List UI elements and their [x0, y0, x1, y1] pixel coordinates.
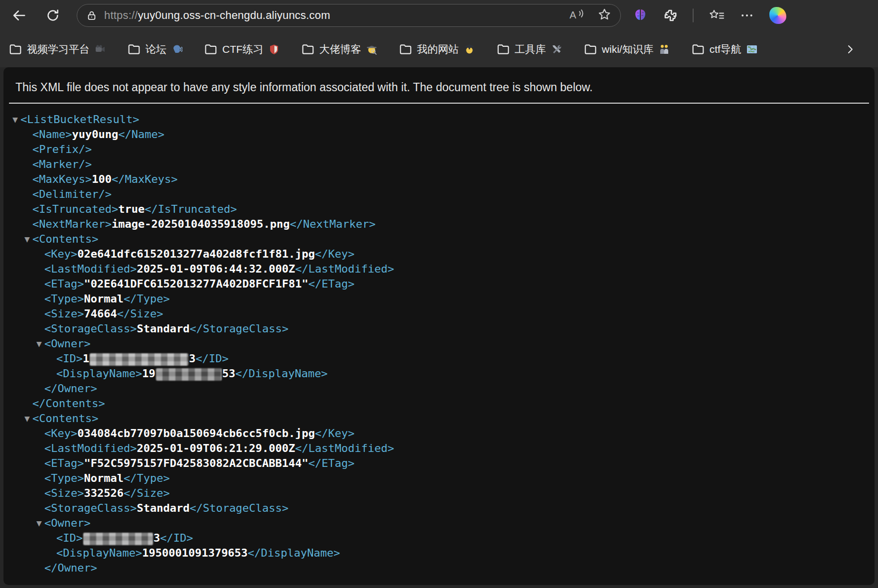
xml-tag: </ETag> — [308, 278, 355, 290]
back-arrow-icon — [11, 8, 26, 23]
xml-line: </Contents> — [3, 396, 875, 411]
xml-tag: </Type> — [124, 472, 170, 484]
xml-line: ▼<Owner> — [3, 336, 875, 351]
xml-line: <LastModified>2025-01-09T06:44:32.000Z</… — [3, 262, 875, 277]
xml-line: <LastModified>2025-01-09T06:21:29.000Z</… — [3, 441, 875, 456]
xml-line: </Owner> — [3, 561, 875, 576]
xml-value: 2025-01-09T06:44:32.000Z — [137, 263, 295, 275]
bookmark-label: 视频学习平台 — [27, 42, 90, 56]
favorites-list-icon[interactable] — [709, 8, 725, 22]
bookmark-folder-tool-library[interactable]: 工具库 — [497, 42, 562, 56]
xml-value: Normal — [84, 472, 123, 484]
xml-value: Standard — [137, 322, 189, 335]
xml-tag: <ID> — [56, 352, 83, 365]
xml-line: ▼<Owner> — [3, 516, 875, 531]
xml-tag: <ETag> — [44, 278, 84, 290]
xml-line: <Key>02e641dfc6152013277a402d8fcf1f81.jp… — [3, 247, 875, 262]
back-button[interactable] — [8, 4, 30, 26]
xml-tag: </Key> — [315, 427, 354, 440]
xml-value: 19 — [142, 367, 155, 380]
collapse-arrow-icon[interactable]: ▼ — [36, 516, 44, 531]
collapse-arrow-icon[interactable]: ▼ — [24, 411, 32, 426]
xml-tag: <Name> — [32, 128, 72, 141]
xml-value: 3 — [189, 352, 195, 365]
folder-icon — [692, 43, 705, 55]
xml-tag: </Size> — [124, 487, 170, 499]
xml-tag: </ID> — [195, 352, 228, 365]
xml-tag: </DisplayName> — [248, 547, 340, 559]
xml-tag: </Type> — [124, 293, 170, 305]
collapse-arrow-icon[interactable]: ▼ — [12, 112, 20, 127]
xml-tag: </Contents> — [32, 397, 105, 410]
xml-tag: </LastModified> — [295, 442, 394, 454]
xml-line: <Prefix/> — [3, 142, 875, 157]
bookmarks-overflow-button[interactable] — [844, 43, 856, 55]
xml-tag: <Contents> — [32, 233, 98, 245]
xml-tree: ▼<ListBucketResult><Name>yuy0ung</Name><… — [3, 104, 875, 576]
xml-tag: </StorageClass> — [189, 502, 289, 514]
movie-camera-emoji — [95, 44, 106, 55]
xml-tag: </ETag> — [308, 457, 355, 469]
url-text[interactable]: https://yuy0ung.oss-cn-chengdu.aliyuncs.… — [104, 9, 563, 22]
settings-menu-icon[interactable] — [739, 8, 754, 23]
xml-tag: <Marker/> — [32, 158, 92, 170]
xml-tag: <ListBucketResult> — [20, 113, 139, 126]
xml-line: </Owner> — [3, 381, 875, 396]
xml-line: <Size>332526</Size> — [3, 486, 875, 501]
xml-tag: </Name> — [118, 128, 164, 141]
bookmark-folder-forum[interactable]: 论坛 — [128, 42, 182, 56]
collapse-arrow-icon[interactable]: ▼ — [36, 336, 44, 351]
xml-value: 02e641dfc6152013277a402d8fcf1f81.jpg — [77, 248, 315, 260]
world-map-emoji — [746, 44, 757, 55]
xml-tag: <IsTruncated> — [32, 203, 118, 215]
xml-tag: <Type> — [44, 293, 84, 305]
xml-tag: <DisplayName> — [56, 547, 142, 559]
xml-line: <ID>3</ID> — [3, 531, 875, 546]
xml-line: <Size>74664</Size> — [3, 306, 875, 321]
xml-value: image-20250104035918095.png — [112, 218, 290, 230]
read-aloud-icon: A — [569, 7, 585, 21]
xml-line: <Marker/> — [3, 157, 875, 172]
xml-tag: <Key> — [44, 248, 77, 260]
ai-extension-icon[interactable] — [633, 8, 648, 23]
refresh-button[interactable] — [42, 4, 64, 26]
xml-value: true — [118, 203, 145, 215]
xml-value: Normal — [84, 293, 123, 305]
xml-no-style-notice: This XML file does not appear to have an… — [9, 67, 869, 104]
browser-toolbar: https://yuy0ung.oss-cn-chengdu.aliyuncs.… — [0, 0, 878, 31]
bookmark-label: CTF练习 — [222, 42, 264, 56]
address-bar[interactable]: https://yuy0ung.oss-cn-chengdu.aliyuncs.… — [77, 4, 621, 27]
xml-line: ▼<Contents> — [3, 232, 875, 247]
xml-tag: <Type> — [44, 472, 84, 484]
folder-icon — [301, 43, 314, 55]
chevron-right-icon — [844, 43, 856, 55]
xml-tag: </Owner> — [44, 562, 97, 574]
xml-tag: <Owner> — [44, 517, 91, 529]
bookmark-folder-ctf-nav[interactable]: ctf导航 — [692, 42, 757, 56]
web-page-viewport: This XML file does not appear to have an… — [3, 67, 875, 585]
bookmark-label: ctf导航 — [710, 42, 741, 56]
copilot-icon[interactable] — [769, 7, 786, 24]
graduate-emoji — [464, 44, 475, 55]
xml-line: <IsTruncated>true</IsTruncated> — [3, 202, 875, 217]
bookmark-folder-ctf-practice[interactable]: CTF练习 — [204, 42, 280, 56]
extensions-puzzle-icon[interactable] — [663, 8, 678, 23]
bookmark-folder-guru-blogs[interactable]: 大佬博客 — [301, 42, 377, 56]
xml-line: <Key>034084cb77097b0a150694cb6cc5f0cb.jp… — [3, 426, 875, 441]
bookmark-folder-my-websites[interactable]: 我的网站 — [399, 42, 475, 56]
bookmark-folder-video-learning[interactable]: 视频学习平台 — [9, 42, 106, 56]
xml-tag: </LastModified> — [295, 263, 394, 275]
read-aloud-button[interactable]: A — [569, 7, 585, 23]
xml-tag: </ID> — [160, 532, 193, 544]
xml-value: yuy0ung — [72, 128, 118, 141]
bookmark-label: 论坛 — [146, 42, 166, 56]
favorite-star-button[interactable] — [597, 7, 611, 23]
xml-line: <Name>yuy0ung</Name> — [3, 127, 875, 142]
bookmark-folder-wiki-knowledge[interactable]: wiki/知识库 — [584, 42, 670, 56]
xml-line: <Type>Normal</Type> — [3, 471, 875, 486]
xml-value: 1950001091379653 — [142, 547, 248, 559]
bookmark-label: 工具库 — [515, 42, 546, 56]
collapse-arrow-icon[interactable]: ▼ — [24, 232, 32, 247]
xml-tag: </Size> — [117, 307, 163, 320]
xml-line: <Type>Normal</Type> — [3, 292, 875, 306]
